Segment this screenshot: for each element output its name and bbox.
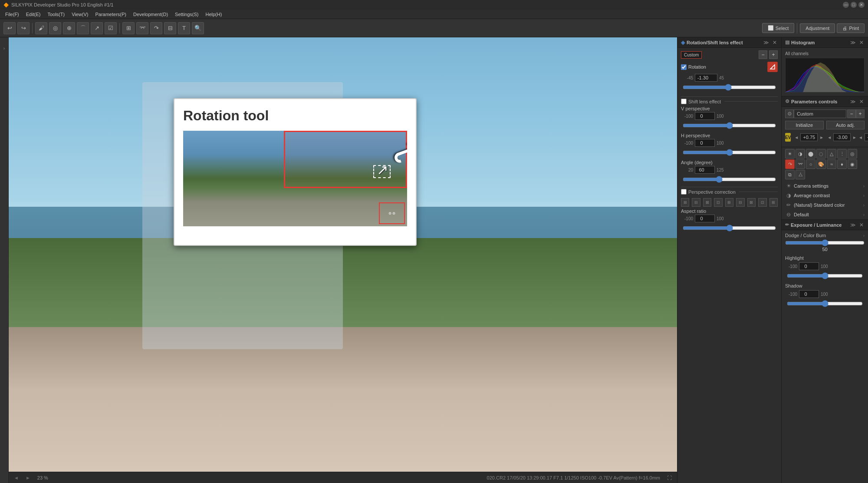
persp-icon-6[interactable]: ⊟	[736, 198, 744, 207]
redo-button[interactable]: ↪	[17, 22, 30, 34]
menu-settings[interactable]: Settings(S)	[171, 11, 202, 18]
crop-tool[interactable]: ⌤	[136, 22, 148, 34]
params-add-btn[interactable]: +	[856, 109, 865, 118]
tool-saturation[interactable]: ⬤	[806, 149, 815, 159]
persp-icon-7[interactable]: ⊠	[747, 198, 756, 207]
text-tool[interactable]: T	[178, 22, 190, 34]
hist-close-icon[interactable]: ✕	[858, 40, 865, 46]
ev-extra-btn[interactable]: ◄	[858, 135, 863, 140]
status-next-arrow[interactable]: ►	[26, 475, 30, 480]
params-remove-btn[interactable]: −	[847, 109, 856, 118]
persp-icon-4[interactable]: ⊡	[714, 198, 722, 207]
ev-min-input[interactable]	[833, 133, 851, 141]
zoom-tool[interactable]: 🔍	[192, 22, 204, 34]
exposure-close-icon[interactable]: ✕	[858, 222, 865, 228]
menu-view[interactable]: View(V)	[68, 11, 92, 18]
stamp-tool[interactable]: ⊕	[63, 22, 75, 34]
rotation-angle-tool-btn[interactable]	[767, 62, 778, 72]
menu-help[interactable]: Help(H)	[202, 11, 226, 18]
default-row[interactable]: ⊖ Default ›	[782, 210, 868, 219]
exposure-expand-icon[interactable]: ≫	[849, 222, 857, 228]
auto-adj-button[interactable]: Auto adj.	[826, 121, 865, 129]
tool-lens-correction[interactable]: ◎	[848, 149, 857, 159]
h-slider[interactable]	[683, 149, 776, 155]
select-tool[interactable]: ↗	[91, 22, 103, 34]
camera-settings-row[interactable]: ☀ Camera settings ›	[782, 181, 868, 191]
close-button[interactable]: ✕	[858, 2, 865, 8]
hist-expand-icon[interactable]: ≫	[849, 40, 857, 46]
compare-tool[interactable]: ⊟	[164, 22, 176, 34]
ev-max-input[interactable]	[865, 133, 868, 141]
grid-tool[interactable]: ⊞	[122, 22, 135, 34]
params-gear-btn[interactable]: ⚙	[785, 109, 794, 118]
rotation-checkbox[interactable]	[681, 64, 687, 70]
v-slider[interactable]	[683, 122, 776, 129]
ev-value-input[interactable]	[800, 133, 818, 141]
check-tool[interactable]: ☑	[105, 22, 117, 34]
persp-correction-checkbox[interactable]	[681, 189, 687, 195]
lasso-tool[interactable]: ⌒	[77, 22, 89, 34]
tool-sharpen[interactable]: △	[827, 149, 836, 159]
tool-vignette[interactable]: ○	[806, 159, 815, 169]
brush-tool[interactable]: 🖌	[35, 22, 47, 34]
adjustment-button[interactable]: Adjustment	[800, 23, 835, 33]
highlight-slider[interactable]	[787, 273, 863, 279]
shadow-value-input[interactable]	[799, 290, 819, 298]
persp-icon-3[interactable]: ⊠	[703, 198, 711, 207]
panel-expand-icon[interactable]: ≫	[763, 40, 770, 46]
menu-development[interactable]: Development(D)	[130, 11, 171, 18]
persp-icon-1[interactable]: ⊞	[681, 198, 689, 207]
persp-icon-8[interactable]: ⊡	[758, 198, 766, 207]
panel-close-icon[interactable]: ✕	[772, 40, 778, 46]
tool-crop[interactable]: ⌤	[796, 159, 805, 169]
menu-file[interactable]: File(F)	[2, 11, 23, 18]
ev-right-btn[interactable]: ►	[852, 135, 857, 140]
dodge-slider[interactable]	[785, 240, 865, 246]
rotation-slider[interactable]	[683, 84, 776, 90]
ar-value-input[interactable]	[695, 215, 715, 222]
v-value-input[interactable]	[695, 112, 715, 120]
angle-value-input[interactable]	[695, 166, 715, 174]
tool-brightness[interactable]: ☀	[785, 149, 795, 159]
tool-color[interactable]: 🎨	[816, 159, 826, 169]
left-arrow-icon[interactable]: ›	[3, 46, 5, 51]
eraser-tool[interactable]: ◎	[49, 22, 61, 34]
undo-button[interactable]: ↩	[3, 22, 16, 34]
fullscreen-icon[interactable]: ⛶	[667, 475, 672, 480]
params-custom-dropdown[interactable]: Custom	[794, 109, 846, 118]
angle-slider[interactable]	[683, 176, 776, 182]
tool-noise[interactable]: ⋮	[837, 149, 847, 159]
minimize-button[interactable]: —	[843, 2, 849, 8]
h-value-input[interactable]	[695, 139, 715, 147]
tool-paste[interactable]: ⧊	[796, 170, 805, 179]
print-button[interactable]: 🖨 Print	[837, 23, 865, 33]
initialize-button[interactable]: Initialize	[785, 121, 824, 129]
ev-decrease-btn[interactable]: ◄	[794, 135, 799, 140]
maximize-button[interactable]: □	[851, 2, 857, 8]
tool-wb[interactable]: ♦	[837, 159, 847, 169]
tool-contrast[interactable]: ◑	[796, 149, 805, 159]
ev-increase-btn[interactable]: ►	[819, 135, 824, 140]
preset-add-btn[interactable]: +	[769, 50, 778, 59]
tool-rotation-active[interactable]: ↷	[785, 159, 795, 169]
highlight-value-input[interactable]	[799, 262, 819, 270]
menu-parameters[interactable]: Parameters(P)	[92, 11, 130, 18]
rotation-value-input[interactable]	[695, 74, 717, 82]
persp-icon-2[interactable]: ⊟	[692, 198, 700, 207]
persp-icon-5[interactable]: ⊞	[725, 198, 733, 207]
ar-slider[interactable]	[683, 225, 776, 231]
menu-tools[interactable]: Tools(T)	[44, 11, 68, 18]
preset-dropdown[interactable]: Custom	[681, 51, 702, 59]
preset-remove-btn[interactable]: −	[759, 50, 767, 59]
persp-icon-9[interactable]: ⊞	[769, 198, 778, 207]
avg-contrast-row[interactable]: ◑ Average contrast ›	[782, 191, 868, 200]
shift-lens-checkbox[interactable]	[681, 99, 687, 104]
params-close-icon[interactable]: ✕	[858, 99, 865, 105]
tool-tone[interactable]: ≈	[827, 159, 836, 169]
status-prev-arrow[interactable]: ◄	[14, 475, 19, 480]
natural-color-row[interactable]: ✏ (Natural) Standard color ›	[782, 200, 868, 210]
tool-eye[interactable]: ◉	[848, 159, 857, 169]
shadow-slider[interactable]	[787, 301, 863, 307]
rotate-tool[interactable]: ↷	[150, 22, 162, 34]
tool-copy[interactable]: ⧉	[785, 170, 795, 179]
